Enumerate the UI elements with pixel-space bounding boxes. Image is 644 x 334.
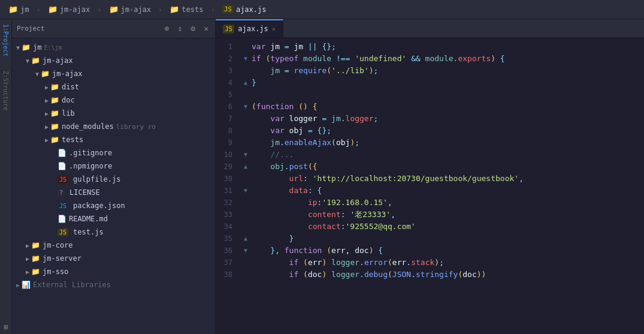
tree-item-jm-server[interactable]: ▶ 📁 jm-server	[12, 252, 215, 265]
icon-ext-libs: 📊	[22, 281, 31, 289]
tree-item-dist[interactable]: ▶ 📁 dist	[12, 80, 215, 94]
sidebar-btn-close[interactable]: ✕	[202, 23, 210, 34]
line-num-9: 9	[216, 137, 240, 149]
line-content-32: ip:'192.168.0.15',	[252, 197, 644, 209]
gutter-2[interactable]: ▼	[240, 53, 252, 65]
label-jm-server: jm-server	[43, 254, 81, 263]
label-dist: dist	[62, 83, 79, 91]
file-icon-package: JS	[58, 202, 68, 210]
label-package: package.json	[73, 201, 125, 210]
line-num-34: 34	[216, 221, 240, 233]
arrow-node-modules: ▶	[43, 124, 50, 130]
label-license: LICENSE	[69, 188, 100, 197]
breadcrumb-sep-4: ›	[210, 5, 214, 14]
sidebar-btn-add[interactable]: ⊕	[163, 23, 171, 34]
tree-item-tests[interactable]: ▶ 📁 tests	[12, 133, 215, 146]
gutter-10[interactable]: ▼	[240, 149, 252, 161]
code-line-8: 8 var obj = {};	[216, 125, 644, 137]
tree-item-jm-ajax-1[interactable]: ▼ 📁 jm-ajax	[12, 54, 215, 67]
folder-icon-jm-core: 📁	[31, 241, 40, 249]
sidebar-btn-settings[interactable]: ⚙	[189, 23, 197, 34]
sidebar-toolbar-label: Project	[17, 25, 158, 32]
tree-item-gitignore[interactable]: 📄 .gitignore	[12, 146, 215, 160]
code-line-1: 1 var jm = jm || {};	[216, 41, 644, 53]
arrow-ext-libs: ▶	[14, 282, 22, 288]
tree-item-jm-core[interactable]: ▶ 📁 jm-core	[12, 239, 215, 252]
tree-item-jm-root[interactable]: ▼ 📁 jm E:\jm	[12, 41, 215, 54]
label-jm-sso: jm-sso	[43, 267, 68, 276]
folder-icon-dist: 📁	[50, 83, 59, 91]
sidebar-toolbar: Project ⊕ ⇕ ⚙ ✕	[12, 19, 215, 38]
folder-icon-3: 📁	[109, 5, 119, 14]
line-num-1: 1	[216, 41, 240, 53]
line-content-36: }, function (err, doc) {	[252, 245, 644, 257]
tree-item-readme[interactable]: 📄 README.md	[12, 212, 215, 225]
tab-close-btn[interactable]: ×	[272, 25, 276, 33]
arrow-lib: ▶	[43, 110, 50, 117]
tree-item-jm-ajax-2[interactable]: ▼ 📁 jm-ajax	[12, 67, 215, 80]
line-content-7: var logger = jm.logger;	[252, 113, 644, 125]
gutter-35[interactable]: ▲	[240, 233, 252, 245]
breadcrumb-tests-label: tests	[182, 5, 203, 14]
tree-item-npmignore[interactable]: 📄 .npmignore	[12, 160, 215, 173]
gutter-29[interactable]: ▲	[240, 161, 252, 173]
code-line-35: 35 ▲ }	[216, 233, 644, 245]
tree-item-license[interactable]: ? LICENSE	[12, 186, 215, 199]
line-num-31: 31	[216, 185, 240, 197]
breadcrumb-sep-1: ›	[36, 5, 40, 14]
label-ext-libs: External Libraries	[33, 281, 111, 289]
breadcrumb-sep-3: ›	[158, 5, 162, 14]
line-content-3: jm = require('../lib');	[252, 65, 644, 77]
breadcrumb-jm[interactable]: 📁 jm	[5, 4, 32, 15]
gutter-36[interactable]: ▼	[240, 245, 252, 257]
arrow-doc: ▶	[43, 97, 50, 104]
line-num-2: 2	[216, 53, 240, 65]
tree-item-node-modules[interactable]: ▶ 📁 node_modules library ro	[12, 120, 215, 133]
folder-icon-jm-ajax-2: 📁	[41, 70, 50, 78]
tree-item-lib[interactable]: ▶ 📁 lib	[12, 107, 215, 120]
tab-ajax-js[interactable]: JS ajax.js ×	[216, 19, 283, 37]
sidebar: Project ⊕ ⇕ ⚙ ✕ ▼ 📁 jm E:\jm ▼ 📁 jm-ajax	[12, 19, 216, 334]
vertical-tabs-left: 1:Project Z:Structure ⊞	[0, 19, 12, 334]
breadcrumb-jm-ajax-1[interactable]: 📁 jm-ajax	[44, 4, 94, 15]
line-num-10: 10	[216, 149, 240, 161]
line-num-6: 6	[216, 101, 240, 113]
vtab-bottom-icon[interactable]: ⊞	[0, 320, 12, 334]
line-content-9: jm.enableAjax(obj);	[252, 137, 644, 149]
label-gulpfile: gulpfile.js	[73, 175, 120, 183]
line-content-8: var obj = {};	[252, 125, 644, 137]
line-num-33: 33	[216, 209, 240, 221]
line-num-32: 32	[216, 197, 240, 209]
code-editor[interactable]: 1 var jm = jm || {}; 2 ▼ if (typeof modu…	[216, 38, 644, 334]
breadcrumb-jm-ajax-2-label: jm-ajax	[121, 5, 152, 14]
main-layout: 1:Project Z:Structure ⊞ Project ⊕ ⇕ ⚙ ✕ …	[0, 19, 644, 334]
vtab-project[interactable]: 1:Project	[1, 19, 11, 61]
arrow-jm-sso: ▶	[24, 269, 31, 275]
sidebar-btn-sort[interactable]: ⇕	[176, 23, 185, 34]
tree-item-ext-libs[interactable]: ▶ 📊 External Libraries	[12, 278, 215, 291]
tree-item-package[interactable]: JS package.json	[12, 199, 215, 212]
tree-item-gulpfile[interactable]: JS gulpfile.js	[12, 173, 215, 186]
breadcrumb-jm-ajax-1-label: jm-ajax	[60, 5, 90, 14]
gutter-6[interactable]: ▼	[240, 101, 252, 113]
code-line-5: 5	[216, 89, 644, 101]
tree-item-testjs[interactable]: JS test.js	[12, 225, 215, 239]
breadcrumb-ajax-js[interactable]: JS ajax.js	[219, 4, 270, 15]
tree-item-doc[interactable]: ▶ 📁 doc	[12, 94, 215, 107]
gutter-31[interactable]: ▼	[240, 185, 252, 197]
vtab-structure[interactable]: Z:Structure	[1, 66, 11, 115]
tree-item-jm-sso[interactable]: ▶ 📁 jm-sso	[12, 265, 215, 278]
gutter-4[interactable]: ▲	[240, 77, 252, 89]
code-line-37: 37 if (err) logger.error(err.stack);	[216, 257, 644, 269]
line-content-1: var jm = jm || {};	[252, 41, 644, 53]
code-line-2: 2 ▼ if (typeof module !== 'undefined' &&…	[216, 53, 644, 65]
folder-icon: 📁	[8, 5, 18, 14]
code-line-9: 9 jm.enableAjax(obj);	[216, 137, 644, 149]
arrow-dist: ▶	[43, 84, 50, 91]
code-line-29: 29 ▲ obj.post({	[216, 161, 644, 173]
line-content-5	[252, 89, 644, 101]
breadcrumb-tests[interactable]: 📁 tests	[166, 4, 207, 15]
label-npmignore: .npmignore	[69, 162, 112, 170]
breadcrumb-jm-ajax-2[interactable]: 📁 jm-ajax	[105, 4, 155, 15]
label-node-modules: node_modules	[62, 122, 114, 131]
